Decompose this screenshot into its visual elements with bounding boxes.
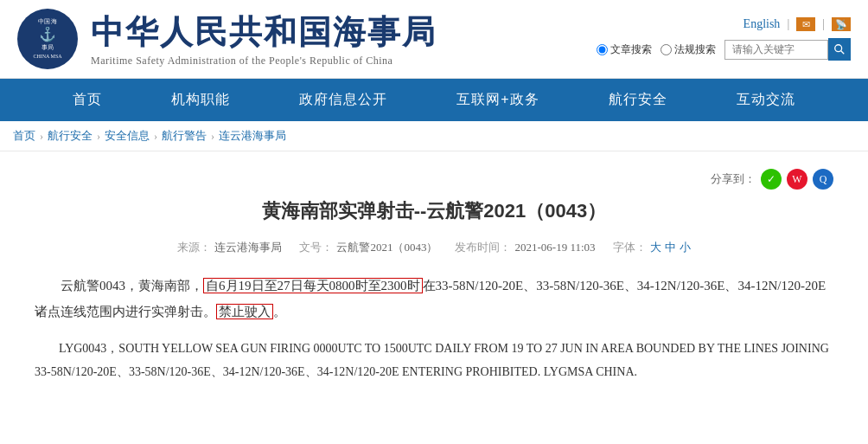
logo-inner: 中国海 ⚓ 事局 CHINA MSA xyxy=(33,18,61,61)
main-nav: 首页 机构职能 政府信息公开 互联网+政务 航行安全 互动交流 xyxy=(0,79,868,121)
breadcrumb-safety-info[interactable]: 安全信息 xyxy=(105,128,150,144)
para-en: LYG0043，SOUTH YELLOW SEA GUN FIRING 0000… xyxy=(35,338,833,383)
para-cn: 云航警0043，黄海南部，自6月19日至27日每天0800时至2300时在33-… xyxy=(35,273,833,325)
source-label: 来源： xyxy=(177,240,211,255)
meta-font: 字体： 大 中 小 xyxy=(613,240,691,255)
nav-nav-safety[interactable]: 航行安全 xyxy=(574,79,702,121)
breadcrumb-sep3: › xyxy=(154,130,157,143)
header-left: 中国海 ⚓ 事局 CHINA MSA 中华人民共和国海事局 Maritime S… xyxy=(17,9,437,69)
title-cn: 中华人民共和国海事局 xyxy=(91,10,437,55)
radio-group: 文章搜索 法规搜索 xyxy=(597,42,716,57)
search-input[interactable] xyxy=(724,40,828,60)
radio-article-label: 文章搜索 xyxy=(610,42,652,57)
breadcrumb-sep1: › xyxy=(40,130,43,143)
search-input-wrap xyxy=(724,38,851,61)
header-title: 中华人民共和国海事局 Maritime Safety Administratio… xyxy=(91,10,437,68)
radio-law[interactable]: 法规搜索 xyxy=(661,42,716,57)
highlight-prohibited: 禁止驶入 xyxy=(216,304,273,319)
doc-value: 云航警2021（0043） xyxy=(336,240,437,255)
doc-label: 文号： xyxy=(299,240,333,255)
highlight-date: 自6月19日至27日每天0800时至2300时 xyxy=(203,278,423,293)
qq-share-icon[interactable]: Q xyxy=(813,169,833,190)
svg-line-1 xyxy=(841,51,845,55)
font-label: 字体： xyxy=(613,240,647,255)
article-body: 云航警0043，黄海南部，自6月19日至27日每天0800时至2300时在33-… xyxy=(35,273,833,383)
nav-org[interactable]: 机构职能 xyxy=(137,79,265,121)
logo: 中国海 ⚓ 事局 CHINA MSA xyxy=(17,9,78,69)
envelope-icon[interactable]: ✉ xyxy=(796,17,815,31)
font-small-link[interactable]: 小 xyxy=(680,240,691,255)
breadcrumb-nav-safety[interactable]: 航行安全 xyxy=(48,128,93,144)
search-icon xyxy=(833,43,846,55)
breadcrumb: 首页 › 航行安全 › 安全信息 › 航行警告 › 连云港海事局 xyxy=(0,121,868,151)
article-meta: 来源： 连云港海事局 文号： 云航警2021（0043） 发布时间： 2021-… xyxy=(35,240,833,255)
nav-internet[interactable]: 互联网+政务 xyxy=(422,79,573,121)
date-label: 发布时间： xyxy=(455,240,511,255)
source-value: 连云港海事局 xyxy=(214,240,282,255)
svg-point-0 xyxy=(835,45,842,52)
breadcrumb-lyg[interactable]: 连云港海事局 xyxy=(219,128,286,144)
radio-article[interactable]: 文章搜索 xyxy=(597,42,652,57)
divider2: | xyxy=(822,17,825,31)
share-label: 分享到： xyxy=(711,171,756,187)
header-right: English | ✉ | 📡 文章搜索 法规搜索 xyxy=(597,17,851,61)
nav-gov[interactable]: 政府信息公开 xyxy=(265,79,422,121)
nav-home[interactable]: 首页 xyxy=(38,79,137,121)
english-link[interactable]: English xyxy=(744,17,781,31)
font-large-link[interactable]: 大 xyxy=(650,240,661,255)
search-button[interactable] xyxy=(828,38,851,61)
font-medium-link[interactable]: 中 xyxy=(665,240,676,255)
weibo-share-icon[interactable]: W xyxy=(787,169,807,190)
title-en: Maritime Safety Administration of the Pe… xyxy=(91,55,437,68)
divider1: | xyxy=(787,17,789,31)
meta-doc: 文号： 云航警2021（0043） xyxy=(299,240,437,255)
breadcrumb-nav-warning[interactable]: 航行警告 xyxy=(162,128,207,144)
article-title: 黄海南部实弹射击--云航警2021（0043） xyxy=(35,198,833,224)
nav-interact[interactable]: 互动交流 xyxy=(702,79,830,121)
meta-date: 发布时间： 2021-06-19 11:03 xyxy=(455,240,595,255)
radio-law-label: 法规搜索 xyxy=(674,42,716,57)
search-area: 文章搜索 法规搜索 xyxy=(597,38,851,61)
content-area: 分享到： ✓ W Q 黄海南部实弹射击--云航警2021（0043） 来源： 连… xyxy=(0,151,868,422)
para1-pre: 云航警0043，黄海南部， xyxy=(61,279,203,293)
rss-icon[interactable]: 📡 xyxy=(832,17,851,31)
header: 中国海 ⚓ 事局 CHINA MSA 中华人民共和国海事局 Maritime S… xyxy=(0,0,868,79)
share-area: 分享到： ✓ W Q xyxy=(35,169,833,190)
wechat-share-icon[interactable]: ✓ xyxy=(761,169,782,190)
breadcrumb-sep2: › xyxy=(97,130,100,143)
header-top-links: English | ✉ | 📡 xyxy=(744,17,851,31)
meta-source: 来源： 连云港海事局 xyxy=(177,240,282,255)
breadcrumb-sep4: › xyxy=(211,130,214,143)
breadcrumb-home[interactable]: 首页 xyxy=(13,128,35,144)
para1-end: 。 xyxy=(273,305,286,319)
date-value: 2021-06-19 11:03 xyxy=(514,241,595,254)
